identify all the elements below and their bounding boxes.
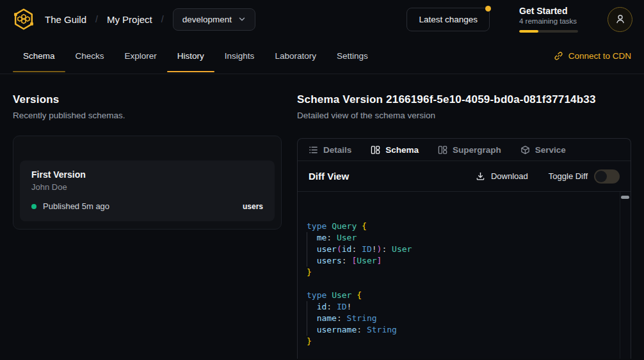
versions-title: Versions — [13, 93, 282, 106]
user-avatar-button[interactable] — [608, 7, 632, 32]
download-button[interactable]: Download — [476, 171, 528, 181]
breadcrumb-project[interactable]: My Project — [107, 14, 152, 25]
detail-tab-label: Service — [535, 145, 566, 155]
progress-fill — [519, 30, 538, 33]
toggle-knob — [595, 171, 607, 182]
version-detail-column: Schema Version 2166196f-5e10-4059-bd0a-0… — [297, 93, 631, 360]
breadcrumb: The Guild / My Project / development — [45, 8, 255, 31]
tab-settings[interactable]: Settings — [326, 38, 378, 74]
code-block: type Query { me: User user(id: ID!): Use… — [307, 221, 622, 347]
diff-actions: Download Toggle Diff — [476, 169, 620, 184]
published-status-dot — [31, 204, 36, 209]
cube-icon — [520, 145, 530, 155]
toggle-diff-label: Toggle Diff — [549, 171, 588, 181]
columns-icon — [371, 145, 380, 155]
person-icon — [615, 13, 626, 25]
target-selector-dropdown[interactable]: development — [173, 8, 255, 31]
detail-tab-supergraph[interactable]: Supergraph — [438, 145, 501, 155]
detail-tab-details[interactable]: Details — [309, 145, 351, 155]
get-started-progress-bar — [519, 30, 578, 33]
connect-to-cdn-button[interactable]: Connect to CDN — [554, 38, 631, 74]
detail-tab-label: Details — [323, 145, 351, 155]
versions-column: Versions Recently published schemas. Fir… — [13, 93, 282, 360]
detail-tab-bar: Details Schema Supergr — [298, 139, 631, 161]
schema-sdl-viewer[interactable]: type Query { me: User user(id: ID!): Use… — [298, 192, 631, 359]
target-nav-tabs: Schema Checks Explorer History Insights … — [0, 38, 644, 74]
hive-logo-icon[interactable] — [12, 7, 36, 31]
versions-list: First Version John Doe Published 5m ago … — [13, 136, 282, 230]
code-scrollbar-track — [620, 192, 620, 359]
toggle-diff-switch[interactable] — [594, 169, 620, 184]
code-scrollbar-thumb[interactable] — [621, 196, 629, 199]
service-name-badge: users — [243, 202, 263, 211]
breadcrumb-separator: / — [95, 14, 98, 24]
detail-tab-label: Schema — [385, 145, 419, 155]
detail-tab-service[interactable]: Service — [520, 145, 566, 155]
get-started-subtitle: 4 remaining tasks — [519, 17, 578, 26]
tab-insights[interactable]: Insights — [214, 38, 265, 74]
detail-tab-schema[interactable]: Schema — [371, 145, 419, 155]
versions-subtitle: Recently published schemas. — [13, 111, 282, 120]
tab-laboratory[interactable]: Laboratory — [264, 38, 326, 74]
download-icon — [476, 171, 485, 181]
tab-schema[interactable]: Schema — [13, 38, 65, 74]
columns-icon — [438, 145, 447, 155]
version-detail-panel: Details Schema Supergr — [297, 138, 631, 359]
version-name: First Version — [31, 169, 263, 180]
breadcrumb-org[interactable]: The Guild — [45, 14, 86, 25]
latest-changes-button[interactable]: Latest changes — [407, 8, 490, 31]
chain-link-icon — [554, 51, 563, 61]
latest-changes-label: Latest changes — [419, 15, 478, 24]
version-list-item[interactable]: First Version John Doe Published 5m ago … — [20, 160, 275, 221]
list-icon — [309, 145, 318, 155]
get-started-title: Get Started — [519, 6, 578, 17]
tab-history[interactable]: History — [167, 38, 214, 74]
diff-view-header: Diff View Download Toggle Diff — [298, 161, 631, 192]
notification-dot — [485, 6, 491, 12]
schema-version-subtitle: Detailed view of the schema version — [297, 111, 631, 120]
breadcrumb-separator: / — [161, 14, 164, 24]
version-author: John Doe — [31, 182, 263, 192]
top-header: The Guild / My Project / development Lat… — [0, 0, 644, 38]
tab-explorer[interactable]: Explorer — [115, 38, 167, 74]
connect-to-cdn-label: Connect to CDN — [568, 51, 631, 61]
published-status-text: Published 5m ago — [43, 201, 109, 211]
detail-tab-label: Supergraph — [453, 145, 501, 155]
schema-version-title: Schema Version 2166196f-5e10-4059-bd0a-0… — [297, 93, 631, 106]
get-started-widget[interactable]: Get Started 4 remaining tasks — [519, 6, 578, 33]
version-meta-row: Published 5m ago users — [31, 201, 263, 211]
main-content: Versions Recently published schemas. Fir… — [0, 74, 644, 360]
download-label: Download — [491, 171, 528, 181]
diff-view-title: Diff View — [309, 171, 349, 182]
chevron-down-icon — [238, 15, 246, 23]
tab-checks[interactable]: Checks — [65, 38, 115, 74]
target-selector-value: development — [182, 15, 232, 24]
